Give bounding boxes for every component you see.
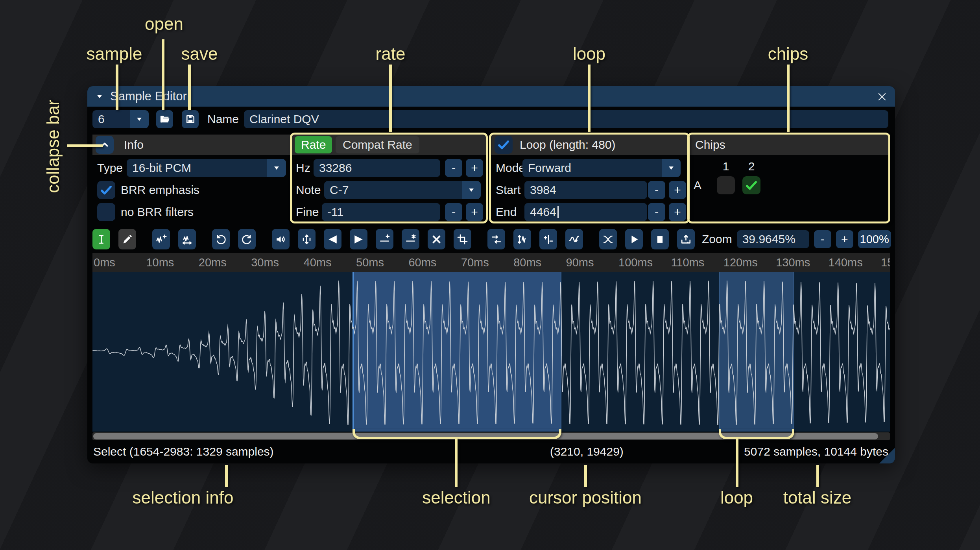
pencil-icon bbox=[122, 234, 133, 245]
play-icon bbox=[628, 234, 640, 245]
type-select-arrow[interactable] bbox=[267, 159, 286, 177]
hz-input[interactable]: 33286 bbox=[314, 159, 440, 177]
annotation-line-total-size bbox=[816, 465, 819, 487]
open-sample-button[interactable] bbox=[156, 110, 173, 128]
loop-start-input[interactable]: 3984 bbox=[524, 181, 647, 199]
redo-button[interactable] bbox=[238, 229, 256, 249]
normalize-button[interactable] bbox=[298, 229, 316, 249]
fade-in-button[interactable] bbox=[324, 229, 341, 249]
annotation-loop-bottom: loop bbox=[708, 488, 765, 508]
trim-button[interactable] bbox=[454, 229, 471, 249]
resize-grip[interactable] bbox=[879, 448, 895, 463]
triangle-down-icon bbox=[273, 164, 281, 172]
titlebar[interactable]: Sample Editor bbox=[87, 86, 895, 107]
timeline-tick: 60ms bbox=[408, 253, 436, 272]
collapse-bar-button[interactable] bbox=[96, 136, 114, 154]
sample-slot-arrow[interactable] bbox=[130, 110, 149, 128]
note-value: C-7 bbox=[324, 181, 462, 199]
fine-plus-button[interactable]: + bbox=[466, 203, 483, 221]
tab-rate[interactable]: Rate bbox=[295, 136, 332, 153]
rate-panel: Rate Compat Rate Hz 33286 - + Note C-7 F… bbox=[292, 135, 487, 222]
reverse-button[interactable] bbox=[487, 229, 505, 249]
delete-button[interactable] bbox=[428, 229, 445, 249]
preview-button[interactable] bbox=[625, 229, 643, 249]
timeline-ruler[interactable]: 0ms10ms20ms30ms40ms50ms60ms70ms80ms90ms1… bbox=[92, 253, 890, 272]
brr-emphasis-checkbox[interactable] bbox=[97, 181, 115, 199]
hz-label: Hz bbox=[296, 159, 310, 177]
name-label: Name bbox=[207, 110, 239, 128]
filter-button[interactable] bbox=[565, 229, 583, 249]
crossfade-button[interactable] bbox=[599, 229, 617, 249]
insert-silence-button[interactable] bbox=[376, 229, 393, 249]
chip-checkbox-1[interactable] bbox=[717, 176, 735, 194]
zoom-out-button[interactable]: - bbox=[814, 230, 831, 248]
resize-button[interactable] bbox=[152, 229, 170, 249]
loop-mode-select-arrow[interactable] bbox=[662, 159, 681, 177]
waveform-canvas[interactable] bbox=[92, 272, 890, 432]
hz-minus-button[interactable]: - bbox=[445, 159, 462, 177]
waveform-view[interactable] bbox=[92, 272, 890, 432]
insert-silence-icon bbox=[379, 234, 390, 245]
loop-mode-select[interactable]: Forward bbox=[522, 159, 681, 177]
annotation-collapse-bar: collapse bar bbox=[43, 76, 65, 217]
note-select[interactable]: C-7 bbox=[324, 181, 481, 199]
fine-input[interactable]: -11 bbox=[322, 203, 440, 221]
amplify-button[interactable] bbox=[272, 229, 290, 249]
loop-end-input[interactable]: 4464 bbox=[524, 203, 647, 221]
collapse-window-triangle-icon[interactable] bbox=[95, 92, 104, 101]
no-brr-filters-checkbox[interactable] bbox=[97, 203, 115, 221]
timeline-tick: 50ms bbox=[356, 253, 384, 272]
stop-preview-button[interactable] bbox=[651, 229, 669, 249]
loop-panel-title: Loop (length: 480) bbox=[520, 135, 616, 155]
invert-button[interactable] bbox=[513, 229, 531, 249]
loop-start-plus-button[interactable]: + bbox=[669, 181, 686, 199]
zoom-input[interactable]: 39.9645% bbox=[737, 230, 809, 248]
undo-button[interactable] bbox=[212, 229, 230, 249]
loop-end-value: 4464 bbox=[530, 205, 556, 218]
apply-silence-button[interactable] bbox=[402, 229, 419, 249]
check-icon bbox=[99, 183, 113, 197]
name-input[interactable]: Clarinet DQV bbox=[244, 110, 888, 128]
fine-minus-button[interactable]: - bbox=[445, 203, 462, 221]
select-tool-button[interactable] bbox=[92, 229, 110, 249]
triangle-down-icon bbox=[135, 115, 143, 123]
draw-tool-button[interactable] bbox=[118, 229, 136, 249]
waveform-scrollbar-track[interactable] bbox=[92, 432, 890, 440]
sign-invert-button[interactable] bbox=[539, 229, 557, 249]
loop-mode-value: Forward bbox=[522, 159, 662, 177]
annotation-cursor-position: cursor position bbox=[520, 488, 650, 508]
no-brr-filters-label: no BRR filters bbox=[121, 203, 194, 221]
annotation-open: open bbox=[138, 14, 190, 34]
resample-button[interactable] bbox=[178, 229, 196, 249]
save-sample-button[interactable] bbox=[182, 110, 199, 128]
loop-enable-checkbox[interactable] bbox=[495, 136, 513, 154]
filter-icon bbox=[568, 234, 580, 245]
upload-sample-button[interactable] bbox=[677, 229, 695, 249]
redo-icon bbox=[241, 234, 253, 245]
loop-end-minus-button[interactable]: - bbox=[648, 203, 665, 221]
timeline-tick: 100ms bbox=[618, 253, 653, 272]
normalize-icon bbox=[301, 234, 312, 245]
loop-start-minus-button[interactable]: - bbox=[648, 181, 665, 199]
chips-column-label: 2 bbox=[742, 157, 760, 175]
chips-panel-header: Chips bbox=[690, 135, 889, 155]
close-button[interactable] bbox=[875, 89, 890, 104]
zoom-in-button[interactable]: + bbox=[836, 230, 853, 248]
type-select[interactable]: 16-bit PCM bbox=[127, 159, 286, 177]
hz-plus-button[interactable]: + bbox=[466, 159, 483, 177]
chips-panel-title: Chips bbox=[695, 135, 725, 155]
loop-end-plus-button[interactable]: + bbox=[669, 203, 686, 221]
chip-checkbox-2[interactable] bbox=[742, 176, 760, 194]
rate-panel-header: Rate Compat Rate bbox=[292, 135, 487, 155]
sample-slot-value: 6 bbox=[92, 110, 130, 128]
waveform-scrollbar-thumb[interactable] bbox=[93, 433, 878, 439]
stop-icon bbox=[654, 234, 666, 245]
timeline-tick: 70ms bbox=[461, 253, 489, 272]
fade-out-button[interactable] bbox=[350, 229, 367, 249]
loop-start-label: Start bbox=[496, 181, 520, 199]
sample-slot-select[interactable]: 6 bbox=[92, 110, 149, 128]
tab-compat-rate[interactable]: Compat Rate bbox=[336, 136, 419, 153]
zoom-reset-button[interactable]: 100% bbox=[858, 230, 891, 248]
note-select-arrow[interactable] bbox=[462, 181, 481, 199]
annotation-loop-top: loop bbox=[561, 44, 618, 64]
